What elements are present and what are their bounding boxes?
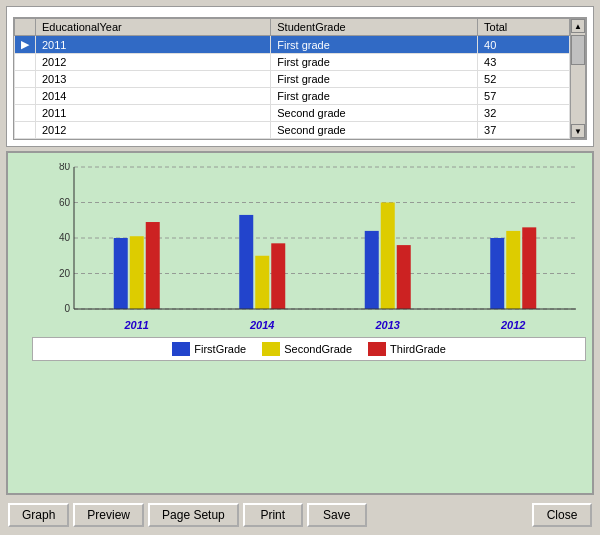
table-section: EducationalYear StudentGrade Total ▶ 201… bbox=[6, 6, 594, 147]
svg-rect-18 bbox=[365, 231, 379, 309]
svg-rect-16 bbox=[271, 243, 285, 309]
svg-text:80: 80 bbox=[59, 163, 71, 172]
svg-rect-14 bbox=[239, 215, 253, 309]
legend-label: FirstGrade bbox=[194, 343, 246, 355]
table-row[interactable]: 2011 Second grade 32 bbox=[15, 105, 570, 122]
close-button[interactable]: Close bbox=[532, 503, 592, 527]
col-total: Total bbox=[478, 19, 570, 36]
print-button[interactable]: Print bbox=[243, 503, 303, 527]
svg-rect-10 bbox=[114, 238, 128, 309]
svg-text:2013: 2013 bbox=[375, 319, 400, 331]
cell-year: 2013 bbox=[36, 71, 271, 88]
svg-rect-12 bbox=[146, 222, 160, 309]
col-year: EducationalYear bbox=[36, 19, 271, 36]
row-indicator bbox=[15, 88, 36, 105]
svg-text:40: 40 bbox=[59, 232, 71, 243]
cell-grade: First grade bbox=[271, 71, 478, 88]
cell-year: 2012 bbox=[36, 122, 271, 139]
scroll-thumb[interactable] bbox=[571, 35, 585, 65]
cell-total: 37 bbox=[478, 122, 570, 139]
legend-label: SecondGrade bbox=[284, 343, 352, 355]
table-row[interactable]: 2012 First grade 43 bbox=[15, 54, 570, 71]
chart-body: 0204060802011201420132012 FirstGrade Sec… bbox=[14, 163, 586, 487]
cell-grade: Second grade bbox=[271, 105, 478, 122]
row-indicator bbox=[15, 71, 36, 88]
svg-rect-24 bbox=[522, 227, 536, 309]
legend-label: ThirdGrade bbox=[390, 343, 446, 355]
chart-svg: 0204060802011201420132012 bbox=[32, 163, 586, 333]
svg-text:60: 60 bbox=[59, 197, 71, 208]
scroll-up[interactable]: ▲ bbox=[571, 19, 585, 33]
row-indicator bbox=[15, 105, 36, 122]
legend-color bbox=[172, 342, 190, 356]
col-grade: StudentGrade bbox=[271, 19, 478, 36]
save-button[interactable]: Save bbox=[307, 503, 367, 527]
cell-total: 32 bbox=[478, 105, 570, 122]
scroll-down[interactable]: ▼ bbox=[571, 124, 585, 138]
table-row[interactable]: 2013 First grade 52 bbox=[15, 71, 570, 88]
cell-total: 52 bbox=[478, 71, 570, 88]
cell-total: 57 bbox=[478, 88, 570, 105]
row-indicator bbox=[15, 54, 36, 71]
svg-text:2014: 2014 bbox=[249, 319, 274, 331]
cell-year: 2014 bbox=[36, 88, 271, 105]
y-axis-label bbox=[14, 163, 32, 487]
main-container: EducationalYear StudentGrade Total ▶ 201… bbox=[0, 0, 600, 535]
cell-total: 43 bbox=[478, 54, 570, 71]
svg-text:2012: 2012 bbox=[500, 319, 525, 331]
table-wrapper: EducationalYear StudentGrade Total ▶ 201… bbox=[13, 17, 587, 140]
svg-text:2011: 2011 bbox=[124, 319, 149, 331]
legend-color bbox=[262, 342, 280, 356]
legend-item: FirstGrade bbox=[172, 342, 246, 356]
cell-year: 2012 bbox=[36, 54, 271, 71]
scrollbar[interactable]: ▲ ▼ bbox=[570, 18, 586, 139]
page-setup-button[interactable]: Page Setup bbox=[148, 503, 239, 527]
svg-rect-22 bbox=[490, 238, 504, 309]
svg-rect-23 bbox=[506, 231, 520, 309]
legend-color bbox=[368, 342, 386, 356]
table-row[interactable]: ▶ 2011 First grade 40 bbox=[15, 36, 570, 54]
svg-rect-15 bbox=[255, 256, 269, 309]
cell-total: 40 bbox=[478, 36, 570, 54]
legend: FirstGrade SecondGrade ThirdGrade bbox=[32, 337, 586, 361]
svg-rect-20 bbox=[397, 245, 411, 309]
cell-grade: First grade bbox=[271, 54, 478, 71]
preview-button[interactable]: Preview bbox=[73, 503, 144, 527]
table-row[interactable]: 2014 First grade 57 bbox=[15, 88, 570, 105]
cell-grade: Second grade bbox=[271, 122, 478, 139]
svg-text:0: 0 bbox=[64, 303, 70, 314]
chart-inner: 0204060802011201420132012 FirstGrade Sec… bbox=[32, 163, 586, 487]
col-indicator bbox=[15, 19, 36, 36]
chart-section: 0204060802011201420132012 FirstGrade Sec… bbox=[6, 151, 594, 495]
svg-rect-11 bbox=[130, 236, 144, 309]
legend-item: ThirdGrade bbox=[368, 342, 446, 356]
row-indicator: ▶ bbox=[15, 36, 36, 54]
row-indicator bbox=[15, 122, 36, 139]
cell-year: 2011 bbox=[36, 105, 271, 122]
graph-button[interactable]: Graph bbox=[8, 503, 69, 527]
table-row[interactable]: 2012 Second grade 37 bbox=[15, 122, 570, 139]
cell-year: 2011 bbox=[36, 36, 271, 54]
svg-text:20: 20 bbox=[59, 268, 71, 279]
svg-rect-19 bbox=[381, 203, 395, 310]
cell-grade: First grade bbox=[271, 36, 478, 54]
legend-item: SecondGrade bbox=[262, 342, 352, 356]
cell-grade: First grade bbox=[271, 88, 478, 105]
data-table: EducationalYear StudentGrade Total ▶ 201… bbox=[14, 18, 570, 139]
toolbar: GraphPreviewPage SetupPrintSaveClose bbox=[6, 499, 594, 529]
